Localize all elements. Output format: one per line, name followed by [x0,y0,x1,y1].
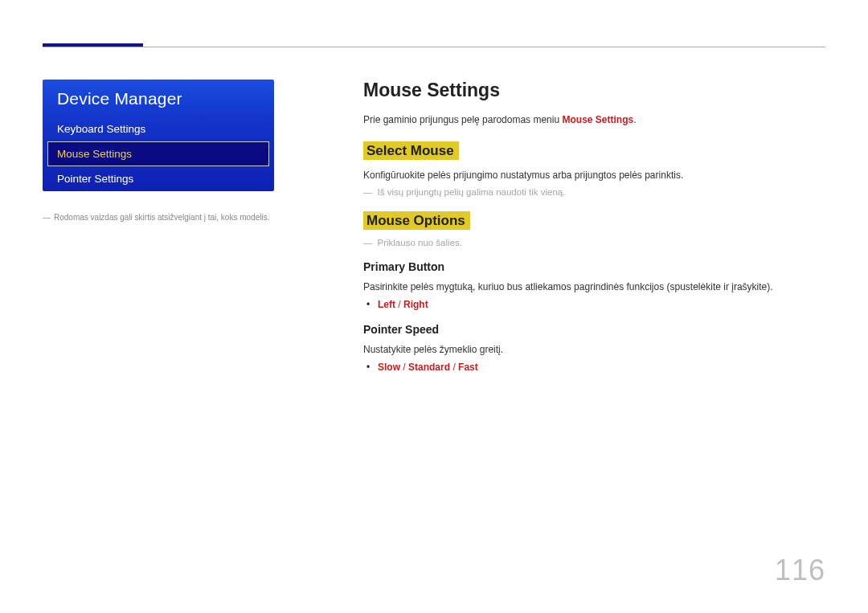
pointer-speed-options: Slow / Standard / Fast [363,362,825,373]
sidebar-device-manager: Device Manager Keyboard Settings Mouse S… [43,80,274,191]
intro-suffix: . [633,114,636,125]
pointer-speed-body: Nustatykite pelės žymeklio greitį. [363,342,825,357]
option-standard: Standard [408,362,450,373]
heading-select-mouse: Select Mouse [363,141,459,160]
section-mouse-options: Mouse Options Priklauso nuo šalies. Prim… [363,211,825,373]
primary-button-options: Left / Right [363,299,825,310]
intro-text: Prie gaminio prijungus pelę parodomas me… [363,114,825,125]
content-area: Mouse Settings Prie gaminio prijungus pe… [363,80,825,387]
subsection-primary-button: Primary Button Pasirinkite pelės mygtuką… [363,260,825,310]
heading-primary-button: Primary Button [363,260,825,273]
header-divider [43,47,825,47]
option-fast: Fast [458,362,478,373]
sidebar-title: Device Manager [43,80,274,116]
intro-prefix: Prie gaminio prijungus pelę parodomas me… [363,114,562,125]
sidebar-footnote: Rodomas vaizdas gali skirtis atsižvelgia… [43,212,300,223]
option-slow: Slow [378,362,400,373]
intro-highlight: Mouse Settings [562,114,633,125]
sidebar-item-mouse-settings[interactable]: Mouse Settings [47,141,269,166]
heading-pointer-speed: Pointer Speed [363,323,825,336]
section-select-mouse: Select Mouse Konfigūruokite pelės prijun… [363,141,825,197]
heading-mouse-options: Mouse Options [363,211,470,230]
page-title: Mouse Settings [363,80,825,101]
subsection-pointer-speed: Pointer Speed Nustatykite pelės žymeklio… [363,323,825,373]
primary-button-body: Pasirinkite pelės mygtuką, kuriuo bus at… [363,280,825,294]
select-mouse-body: Konfigūruokite pelės prijungimo nustatym… [363,168,825,182]
page-number: 116 [775,554,825,587]
mouse-options-note: Priklauso nuo šalies. [363,238,825,247]
option-left: Left [378,299,395,310]
select-mouse-note: Iš visų prijungtų pelių galima naudoti t… [363,187,825,197]
option-separator: / [398,299,403,310]
sidebar-item-pointer-settings[interactable]: Pointer Settings [43,166,274,191]
sidebar-item-keyboard-settings[interactable]: Keyboard Settings [43,116,274,141]
option-right: Right [403,299,428,310]
